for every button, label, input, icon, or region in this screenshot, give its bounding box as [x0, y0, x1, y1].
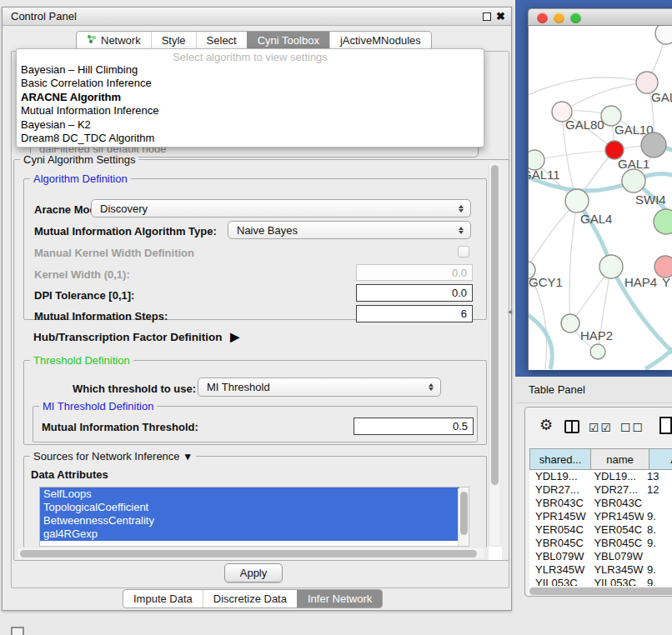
- tab-jactivemnodules[interactable]: jActiveMNodules: [329, 32, 431, 49]
- kernel-width-field[interactable]: 0.0: [356, 264, 473, 281]
- column-header-name[interactable]: name: [591, 448, 649, 470]
- window-grip-icon[interactable]: [11, 627, 24, 635]
- close-traffic-light[interactable]: [537, 12, 548, 23]
- chevron-down-icon[interactable]: ▼: [183, 451, 193, 462]
- which-threshold-combo[interactable]: MI Threshold: [198, 378, 441, 397]
- table-cell: YIL053C: [529, 577, 588, 586]
- cyni-algorithm-settings-group: Cyni Algorithm Settings Algorithm Defini…: [13, 159, 509, 561]
- node-label-gal: GAL: [651, 90, 672, 104]
- network-graph[interactable]: GALGAL80GAL10GAL1GAL11SWI4GAL4GCY1HAP4YH…: [529, 26, 672, 370]
- network-edge[interactable]: [529, 201, 577, 270]
- aracne-mode-combo[interactable]: Discovery: [91, 199, 471, 218]
- attributes-list-scrollbar[interactable]: [458, 488, 468, 547]
- apply-button[interactable]: Apply: [224, 563, 283, 582]
- document-icon[interactable]: [659, 417, 672, 434]
- tab-cyni-toolbox[interactable]: Cyni Toolbox: [247, 32, 329, 49]
- columns-icon[interactable]: [564, 420, 579, 433]
- network-edge-thick[interactable]: [529, 309, 552, 369]
- cyni-tab-infer-network[interactable]: Infer Network: [297, 590, 382, 608]
- attribute-item-gal4rgexp[interactable]: gal4RGexp: [40, 528, 459, 541]
- cyni-bottom-tabbar: Impute DataDiscretize DataInfer Network: [123, 589, 383, 608]
- table-body: YDL19...YDL19...13YDR27...YDR27...12YBR0…: [529, 470, 672, 586]
- table-row[interactable]: YIL053CYIL053C9.: [529, 577, 672, 586]
- gear-icon[interactable]: ⚙: [539, 416, 553, 434]
- combo-arrows-icon: [425, 383, 437, 391]
- network-view-window[interactable]: GALGAL80GAL10GAL1GAL11SWI4GAL4GCY1HAP4YH…: [528, 8, 672, 370]
- tab-label: Cyni Toolbox: [258, 34, 319, 47]
- table-row[interactable]: YBL079WYBL079W: [529, 550, 672, 563]
- network-edge[interactable]: [569, 201, 577, 323]
- table-row[interactable]: YPR145WYPR145W9.: [529, 510, 672, 523]
- mi-steps-field[interactable]: 6: [356, 305, 473, 322]
- select-all-checkboxes-icon[interactable]: ☑☑: [589, 421, 613, 434]
- hub-section-toggle[interactable]: Hub/Transcription Factor Definition ▶: [33, 330, 239, 343]
- cyni-tab-impute-data[interactable]: Impute Data: [123, 590, 203, 608]
- node-label-gal11: GAL11: [529, 168, 560, 182]
- float-window-icon[interactable]: [483, 12, 491, 21]
- table-hscroll-thumb[interactable]: [529, 588, 672, 595]
- network-edge[interactable]: [562, 82, 647, 112]
- chevron-right-icon[interactable]: ▶: [230, 330, 239, 343]
- network-edge[interactable]: [534, 150, 614, 160]
- tab-network[interactable]: Network: [77, 32, 151, 49]
- menu-item-basic-correlation-inference[interactable]: Basic Correlation Inference: [17, 77, 484, 90]
- table-horizontal-scrollbar[interactable]: [528, 586, 672, 596]
- table-row[interactable]: YDL19...YDL19...13: [529, 470, 672, 483]
- cyni-tab-label: Infer Network: [308, 592, 372, 605]
- attributes-scroll-thumb[interactable]: [460, 492, 468, 535]
- mi-threshold-field[interactable]: 0.5: [354, 418, 474, 435]
- tab-style[interactable]: Style: [151, 32, 196, 49]
- menu-item-mutual-information-inference[interactable]: Mutual Information Inference: [17, 104, 484, 118]
- mi-algorithm-type-combo[interactable]: Naive Bayes: [228, 221, 471, 239]
- zoom-traffic-light[interactable]: [570, 12, 581, 23]
- network-node[interactable]: [641, 132, 666, 158]
- panel-collapse-arrow[interactable]: ◂: [508, 307, 512, 316]
- table-cell: YER054C: [529, 523, 588, 537]
- deselect-all-checkboxes-icon[interactable]: ☐☐: [620, 421, 644, 434]
- network-window-titlebar[interactable]: [528, 8, 672, 26]
- cyni-tab-discretize-data[interactable]: Discretize Data: [203, 590, 297, 608]
- network-node-hap4[interactable]: [599, 255, 623, 278]
- tab-select[interactable]: Select: [196, 32, 247, 49]
- settings-vertical-scrollbar[interactable]: [489, 163, 499, 545]
- manual-kernel-checkbox[interactable]: [458, 246, 469, 258]
- threshold-definition-title: Threshold Definition: [30, 354, 133, 367]
- table-cell: YDR27...: [529, 483, 588, 497]
- minimize-traffic-light[interactable]: [554, 12, 564, 23]
- network-node[interactable]: [590, 344, 605, 359]
- column-header-a[interactable]: A: [649, 448, 672, 470]
- table-row[interactable]: YDR27...YDR27...12: [529, 483, 672, 497]
- algorithm-definition-title: Algorithm Definition: [30, 172, 131, 185]
- network-node-swi4[interactable]: [622, 169, 645, 192]
- settings-vscroll-thumb[interactable]: [491, 165, 499, 485]
- table-row[interactable]: YBR045CYBR045C9.: [529, 537, 672, 550]
- close-icon[interactable]: ✖: [496, 10, 505, 22]
- dpi-tolerance-field[interactable]: 0.0: [356, 284, 473, 302]
- mi-steps-label: Mutual Information Steps:: [34, 310, 168, 322]
- column-header-shared[interactable]: shared...: [529, 448, 591, 470]
- network-node[interactable]: [654, 209, 672, 234]
- attribute-item-topologicalcoefficient[interactable]: TopologicalCoefficient: [40, 501, 459, 514]
- network-node-hap2[interactable]: [561, 314, 579, 332]
- menu-item-bayesian-k2[interactable]: Bayesian – K2: [17, 118, 484, 132]
- menu-item-bayesian-hill-climbing[interactable]: Bayesian – Hill Climbing: [17, 63, 484, 77]
- network-canvas[interactable]: GALGAL80GAL10GAL1GAL11SWI4GAL4GCY1HAP4YH…: [528, 26, 672, 370]
- cyni-tab-label: Impute Data: [133, 592, 193, 605]
- table-cell: YDL19...: [529, 470, 588, 483]
- table-cell: 9.: [644, 510, 672, 523]
- data-attributes-list[interactable]: SelfLoopsTopologicalCoefficientBetweenne…: [39, 487, 469, 547]
- network-node[interactable]: [655, 26, 672, 44]
- network-node-gal4[interactable]: [565, 189, 589, 212]
- settings-horizontal-scrollbar[interactable]: [18, 548, 484, 558]
- menu-item-aracne-algorithm[interactable]: ARACNE Algorithm: [17, 91, 484, 104]
- settings-hscroll-thumb[interactable]: [20, 550, 477, 558]
- menu-item-dream8-dc-tdc-algorithm[interactable]: Dream8 DC_TDC Algorithm: [17, 132, 484, 145]
- table-row[interactable]: YLR345WYLR345W9.: [529, 563, 672, 577]
- attribute-item-selfloops[interactable]: SelfLoops: [40, 488, 459, 501]
- network-edge[interactable]: [529, 78, 647, 97]
- threshold-definition-group: Threshold Definition Which threshold to …: [23, 360, 487, 445]
- dpi-tolerance-label: DPI Tolerance [0,1]:: [34, 289, 134, 302]
- table-row[interactable]: YER054CYER054C8.: [529, 523, 672, 537]
- attribute-item-betweennesscentrality[interactable]: BetweennessCentrality: [40, 514, 459, 528]
- table-row[interactable]: YBR043CYBR043C: [529, 497, 672, 510]
